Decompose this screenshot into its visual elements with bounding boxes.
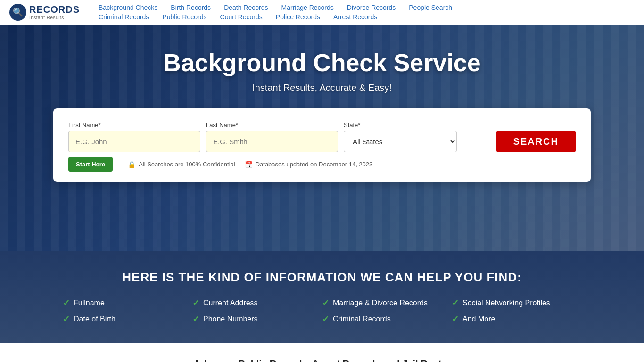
info-title: HERE IS THE KIND OF INFORMATION WE CAN H… — [28, 270, 616, 285]
info-item-text: Date of Birth — [74, 315, 116, 323]
first-name-label: First Name* — [68, 122, 200, 129]
check-icon: ✓ — [63, 298, 70, 308]
check-icon: ✓ — [322, 298, 329, 308]
nav-link-police-records[interactable]: Police Records — [276, 13, 320, 21]
last-name-input[interactable] — [206, 131, 338, 152]
confidential-text: All Searches are 100% Confidential — [139, 161, 235, 168]
hero-section: Background Check Service Instant Results… — [0, 25, 644, 251]
logo: 🔍 RECORDS Instant Results — [9, 4, 80, 21]
info-item-text: And More... — [462, 315, 502, 323]
header: 🔍 RECORDS Instant Results Background Che… — [0, 0, 644, 25]
logo-title: RECORDS — [29, 4, 80, 15]
main-nav: Background ChecksBirth RecordsDeath Reco… — [99, 4, 635, 21]
check-icon: ✓ — [452, 314, 459, 324]
state-group: State* All StatesAlabamaAlaskaArizonaArk… — [344, 122, 491, 152]
hero-title: Background Check Service — [163, 49, 480, 77]
nav-link-court-records[interactable]: Court Records — [220, 13, 263, 21]
nav-link-death-records[interactable]: Death Records — [224, 4, 268, 11]
check-icon: ✓ — [63, 314, 70, 324]
nav-link-marriage-records[interactable]: Marriage Records — [281, 4, 334, 11]
info-item: ✓Social Networking Profiles — [452, 298, 581, 308]
meta-info: 🔒 All Searches are 100% Confidential 📅 D… — [128, 161, 372, 168]
info-item-text: Criminal Records — [333, 315, 391, 323]
nav-link-public-records[interactable]: Public Records — [162, 13, 206, 21]
calendar-icon: 📅 — [245, 161, 253, 168]
database-text: Databases updated on December 14, 2023 — [256, 161, 373, 168]
last-name-group: Last Name* — [206, 122, 338, 152]
lock-icon: 🔒 — [128, 161, 136, 168]
check-icon: ✓ — [192, 298, 199, 308]
nav-row-2: Criminal RecordsPublic RecordsCourt Reco… — [99, 13, 635, 21]
info-item: ✓Current Address — [192, 298, 322, 308]
info-item: ✓Criminal Records — [322, 314, 452, 324]
logo-text: RECORDS Instant Results — [29, 4, 80, 20]
info-item: ✓And More... — [452, 314, 581, 324]
info-item-text: Fullname — [74, 299, 105, 307]
info-item: ✓Fullname — [63, 298, 192, 308]
search-card: First Name* Last Name* State* All States… — [53, 108, 591, 182]
search-meta: Start Here 🔒 All Searches are 100% Confi… — [68, 157, 576, 172]
info-item-text: Phone Numbers — [203, 315, 258, 323]
info-section: HERE IS THE KIND OF INFORMATION WE CAN H… — [0, 251, 644, 343]
nav-link-criminal-records[interactable]: Criminal Records — [99, 13, 149, 21]
first-name-input[interactable] — [68, 131, 200, 152]
nav-link-birth-records[interactable]: Birth Records — [171, 4, 211, 11]
check-icon: ✓ — [192, 314, 199, 324]
content-title: Arkansas Public Records, Arrest Records … — [28, 358, 616, 362]
search-fields: First Name* Last Name* State* All States… — [68, 122, 576, 152]
last-name-label: Last Name* — [206, 122, 338, 129]
info-grid: ✓Fullname✓Current Address✓Marriage & Div… — [63, 298, 581, 324]
info-item-text: Marriage & Divorce Records — [333, 299, 428, 307]
state-select[interactable]: All StatesAlabamaAlaskaArizonaArkansasCa… — [344, 131, 457, 152]
info-item-text: Social Networking Profiles — [462, 299, 550, 307]
check-icon: ✓ — [322, 314, 329, 324]
search-button[interactable]: SEARCH — [496, 131, 576, 152]
confidential-info: 🔒 All Searches are 100% Confidential — [128, 161, 235, 168]
nav-link-arrest-records[interactable]: Arrest Records — [333, 13, 377, 21]
nav-row-1: Background ChecksBirth RecordsDeath Reco… — [99, 4, 635, 11]
nav-link-background-checks[interactable]: Background Checks — [99, 4, 157, 11]
content-section: Arkansas Public Records, Arrest Records … — [0, 343, 644, 362]
info-item: ✓Marriage & Divorce Records — [322, 298, 452, 308]
logo-icon: 🔍 — [9, 4, 26, 21]
database-info: 📅 Databases updated on December 14, 2023 — [245, 161, 373, 168]
start-here-button[interactable]: Start Here — [68, 157, 113, 172]
info-item: ✓Phone Numbers — [192, 314, 322, 324]
logo-subtitle: Instant Results — [29, 15, 80, 20]
info-item: ✓Date of Birth — [63, 314, 192, 324]
hero-subtitle: Instant Results, Accurate & Easy! — [252, 82, 392, 93]
info-item-text: Current Address — [203, 299, 258, 307]
nav-link-people-search[interactable]: People Search — [409, 4, 452, 11]
check-icon: ✓ — [452, 298, 459, 308]
first-name-group: First Name* — [68, 122, 200, 152]
state-label: State* — [344, 122, 491, 129]
nav-link-divorce-records[interactable]: Divorce Records — [347, 4, 396, 11]
